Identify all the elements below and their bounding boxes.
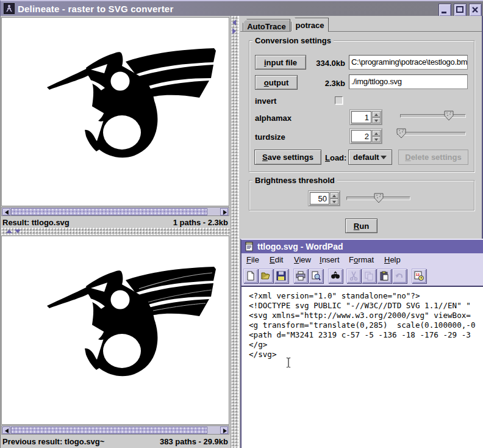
split-collapse-right-icon[interactable]	[232, 28, 236, 34]
load-label: Load:	[325, 153, 346, 162]
alphamax-slider[interactable]	[400, 110, 466, 121]
spinner-down-icon[interactable]	[372, 117, 381, 123]
menu-insert[interactable]: Insert	[320, 255, 340, 264]
save-settings-button[interactable]: Save settings	[254, 150, 321, 165]
turdsize-label: turdsize	[255, 132, 285, 142]
brightness-slider[interactable]	[346, 193, 410, 204]
conversion-settings-title: Conversion settings	[252, 36, 334, 45]
result-image-panel[interactable]	[1, 17, 229, 206]
print-button[interactable]	[293, 269, 308, 283]
find-button[interactable]	[328, 269, 343, 283]
menu-help[interactable]: Help	[384, 255, 401, 264]
code-line: </g>	[249, 340, 483, 350]
input-size-label: 334.0kb	[305, 59, 345, 68]
split-collapse-left-icon[interactable]	[232, 20, 236, 26]
load-settings-dropdown[interactable]: default	[348, 150, 392, 165]
menu-view[interactable]: View	[294, 255, 311, 264]
delineate-title: Delineate - raster to SVG converter	[18, 4, 173, 14]
code-line: <!DOCTYPE svg PUBLIC "-//W3C//DTD SVG 1.…	[249, 301, 483, 311]
turdsize-slider[interactable]	[397, 128, 466, 139]
tab-potrace[interactable]: potrace	[291, 18, 329, 32]
menu-format[interactable]: Format	[349, 255, 374, 264]
turdsize-spinner[interactable]: 2	[349, 128, 382, 144]
spinner-up-icon[interactable]	[372, 111, 381, 117]
code-line: <?xml version="1.0" standalone="no"?>	[249, 291, 483, 301]
previous-result-image-panel[interactable]	[1, 236, 229, 425]
wordpad-titlebar[interactable]: ttlogo.svg - WordPad	[242, 240, 483, 253]
alphamax-spinner[interactable]: 1	[349, 109, 382, 125]
open-button[interactable]	[259, 269, 273, 283]
paste-button[interactable]	[377, 269, 392, 283]
copy-button[interactable]	[362, 269, 376, 283]
wordpad-toolbar: 12	[242, 267, 483, 284]
spinner-down-icon[interactable]	[330, 198, 338, 204]
code-line: <path d="M3241 2319 c-57 -5 -136 -18 -17…	[249, 330, 483, 340]
wordpad-menubar: File Edit View Insert Format Help	[242, 253, 483, 267]
brightness-threshold-title: Brightness threshold	[252, 176, 337, 185]
delete-settings-button[interactable]: Delete settings	[398, 150, 468, 165]
maximize-button[interactable]	[454, 4, 467, 16]
cut-button[interactable]	[346, 269, 361, 283]
scroll-left-button[interactable]	[2, 427, 10, 434]
scroll-right-button[interactable]	[220, 427, 228, 434]
text-cursor	[285, 356, 292, 369]
scroll-left-button[interactable]	[2, 208, 10, 215]
spinner-up-icon[interactable]	[372, 130, 381, 136]
wordpad-window: ttlogo.svg - WordPad File Edit View Inse…	[240, 239, 483, 448]
split-collapse-up-icon[interactable]	[6, 229, 12, 233]
scroll-thumb[interactable]	[11, 427, 207, 434]
code-line: <g transform="translate(0,285) scale(0.1…	[249, 320, 483, 330]
horizontal-split-divider[interactable]	[1, 228, 231, 235]
delineate-app-icon	[4, 3, 15, 14]
print-preview-button[interactable]	[309, 269, 323, 283]
previous-hscrollbar[interactable]	[1, 425, 229, 435]
scroll-thumb[interactable]	[11, 208, 207, 215]
new-document-button[interactable]	[243, 269, 258, 283]
brightness-spinner[interactable]: 50	[308, 190, 340, 206]
result-statusbar: Result: ttlogo.svg 1 paths - 2.3kb	[1, 217, 231, 228]
invert-label: invert	[255, 96, 276, 106]
spinner-up-icon[interactable]	[330, 192, 338, 198]
vertical-split-divider[interactable]	[231, 16, 239, 448]
minimize-button[interactable]	[438, 4, 451, 16]
previous-status-left: Previous result: tlogo.svg~	[2, 437, 104, 446]
undo-button[interactable]	[392, 269, 407, 283]
chevron-down-icon	[381, 156, 387, 159]
close-button[interactable]	[469, 4, 482, 16]
delineate-titlebar: Delineate - raster to SVG converter	[0, 0, 483, 16]
result-hscrollbar[interactable]	[1, 207, 229, 216]
invert-checkbox[interactable]	[335, 96, 343, 104]
spinner-down-icon[interactable]	[372, 136, 381, 142]
input-path-field[interactable]: C:\programing\potrace\testlogo.bm	[349, 55, 468, 70]
output-path-field[interactable]: ./img/ttlogo.svg	[349, 74, 468, 89]
wordpad-title: ttlogo.svg - WordPad	[257, 242, 343, 251]
output-button[interactable]: output	[255, 75, 298, 90]
result-status-left: Result: ttlogo.svg	[2, 218, 70, 227]
output-size-label: 2.3kb	[305, 79, 345, 88]
alphamax-label: alphamax	[255, 114, 292, 123]
menu-edit[interactable]: Edit	[270, 255, 283, 264]
run-button[interactable]: Run	[345, 219, 377, 233]
result-status-right: 1 paths - 2.3kb	[173, 218, 228, 227]
previous-status-right: 383 paths - 29.9kb	[160, 437, 228, 446]
code-line: </svg>	[249, 350, 483, 359]
previous-statusbar: Previous result: tlogo.svg~ 383 paths - …	[1, 436, 231, 447]
date-time-button[interactable]: 12	[412, 269, 426, 283]
scroll-right-button[interactable]	[220, 208, 228, 215]
menu-file[interactable]: File	[246, 255, 259, 264]
wordpad-document-icon	[245, 242, 254, 251]
save-button[interactable]	[274, 269, 288, 283]
tab-autotrace[interactable]: AutoTrace	[243, 19, 290, 32]
code-line: <svg xmlns="http://www.w3.org/2000/svg" …	[249, 311, 483, 320]
input-file-button[interactable]: input file	[255, 55, 306, 70]
wordpad-document[interactable]: <?xml version="1.0" standalone="no"?> <!…	[242, 286, 483, 448]
split-collapse-down-icon[interactable]	[15, 229, 21, 233]
